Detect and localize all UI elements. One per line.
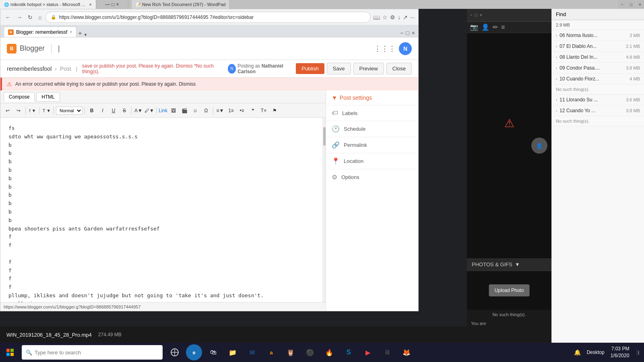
redo-btn[interactable]: ↪ [14, 106, 23, 115]
task-view-btn[interactable] [167, 344, 183, 360]
chat-close-btn[interactable]: × [480, 13, 482, 17]
refresh-btn[interactable]: ↻ [26, 12, 34, 22]
start-button[interactable] [0, 343, 20, 362]
minimize-icon[interactable]: — [105, 2, 110, 7]
chat-menu-icon[interactable]: ≡ [501, 24, 505, 31]
new-tab-btn[interactable]: + [78, 30, 82, 37]
reader-icon[interactable]: 📖 [373, 14, 380, 21]
share-icon[interactable]: ↗ [403, 14, 408, 21]
edge-icon[interactable]: e [186, 344, 202, 360]
tab-html[interactable]: HTML [36, 92, 60, 102]
tools-icon[interactable]: ⚙ [390, 14, 395, 21]
media2-icon[interactable]: ▶ [360, 344, 376, 360]
sidebar-schedule[interactable]: 🕐 Schedule [326, 121, 418, 137]
emoji-btn[interactable]: ☺ [190, 106, 200, 115]
remove-format-btn[interactable]: T× [259, 106, 268, 115]
chat-profile-icon[interactable]: 👤 [481, 23, 489, 31]
align-btn[interactable]: ≡▼ [215, 106, 225, 115]
close-window-btn[interactable]: × [636, 0, 644, 8]
store-icon[interactable]: 🛍 [205, 344, 221, 360]
highlight-btn[interactable]: 🖊▼ [144, 106, 154, 115]
amazon-icon[interactable]: a [263, 344, 279, 360]
quote-btn[interactable]: ❝ [248, 106, 258, 115]
sidebar-permalink[interactable]: 🔗 Permalink [326, 137, 418, 153]
user-avatar[interactable]: N [399, 42, 412, 55]
apps-icon[interactable]: ⋮⋮⋮ [374, 44, 396, 53]
file-list-item[interactable]: › 08 Llanto Del In... 4.8 MB [552, 52, 644, 63]
show-desktop-btn[interactable]: | [637, 350, 640, 356]
tripadvisor-icon[interactable]: 🦉 [283, 344, 299, 360]
tab-close-icon[interactable]: × [89, 2, 92, 7]
restore-icon[interactable]: × [116, 2, 119, 7]
scrollbar-track[interactable] [322, 118, 326, 302]
publish-button[interactable]: Publish [296, 63, 324, 74]
notification-icon[interactable]: 🔔 [574, 349, 581, 356]
undo-btn[interactable]: ↩ [3, 106, 12, 115]
video-btn[interactable]: 🎬 [180, 106, 189, 115]
chat-camera-icon[interactable]: 📷 [470, 23, 478, 31]
file-list-item[interactable]: › 07 El Diablo An... 2.1 MB [552, 41, 644, 52]
browser-tab-blogger[interactable]: B Blogger: rememberlessf × [4, 27, 76, 37]
bookmark-icon[interactable]: ☆ [382, 14, 388, 21]
home-btn[interactable]: ⌂ [37, 12, 43, 22]
tab-compose[interactable]: Compose [4, 92, 35, 102]
tabs-dropdown-btn[interactable]: ▼ [84, 33, 88, 37]
forward-btn[interactable]: → [15, 12, 24, 22]
italic-btn[interactable]: I [98, 106, 107, 115]
app5-icon[interactable]: 🔥 [321, 344, 337, 360]
win-minimize-btn[interactable]: − [400, 30, 403, 36]
win-restore-btn[interactable]: □ [406, 30, 409, 36]
link-btn[interactable]: Link [159, 108, 167, 113]
app6-icon[interactable]: 🖥 [379, 344, 395, 360]
file-list-item[interactable]: › 10 Cuando Florz... 4 MB [552, 74, 644, 84]
tab-close-btn[interactable]: × [70, 30, 72, 34]
firefox-icon[interactable]: 🦊 [398, 344, 415, 360]
file-list-item[interactable]: › 06 Norma Ilusio... 3 MB [552, 30, 644, 41]
file-list-item[interactable]: › 09 Condor Pasa.... 3.8 MB [552, 63, 644, 74]
text-editor[interactable]: fssdto wht ww quarting we apeaossotss.s.… [0, 118, 326, 302]
font-family-btn[interactable]: f ▼ [28, 106, 37, 115]
image-btn[interactable]: 🖼 [169, 106, 178, 115]
folder-icon[interactable]: 📁 [225, 344, 241, 360]
media-icon[interactable]: ⚫ [302, 344, 318, 360]
paragraph-style-select[interactable]: Normal [56, 107, 83, 115]
font-size-btn[interactable]: T ▼ [42, 106, 52, 115]
back-btn[interactable]: ← [4, 12, 12, 22]
mail-icon[interactable]: ✉ [244, 344, 260, 360]
file-list-item[interactable]: › 11 Llorando Su ... 3.6 MB [552, 95, 644, 105]
save-button[interactable]: Save [327, 63, 351, 74]
win-close-btn[interactable]: × [412, 30, 415, 36]
underline-btn[interactable]: U [109, 106, 118, 115]
chat-pencil-icon[interactable]: ✏ [493, 23, 498, 31]
maximize-icon[interactable]: □ [111, 2, 114, 7]
preview-button[interactable]: Preview [353, 63, 384, 74]
strikethrough-btn[interactable]: S [120, 106, 129, 115]
sidebar-labels[interactable]: 🏷 Labels [326, 105, 418, 121]
post-settings-title[interactable]: ▼ Post settings [326, 90, 418, 105]
chat-maximize-btn[interactable]: □ [475, 13, 477, 17]
ordered-list-btn[interactable]: 1≡ [226, 106, 236, 115]
more-icon[interactable]: ··· [410, 14, 415, 21]
close-button[interactable]: Close [386, 63, 412, 74]
maximize-window-btn[interactable]: □ [627, 0, 635, 8]
editor-content[interactable]: fssdto wht ww quarting we apeaossotss.s.… [0, 118, 326, 302]
upload-photo-btn[interactable]: Upload Photo [489, 284, 530, 296]
skype-icon[interactable]: S [341, 344, 357, 360]
search-input[interactable] [35, 350, 159, 356]
unordered-list-btn[interactable]: •≡ [237, 106, 247, 115]
sidebar-location[interactable]: 📍 Location [326, 153, 418, 169]
chat-minimize-btn[interactable]: − [470, 13, 473, 17]
scrollbar-thumb[interactable] [323, 127, 326, 146]
taskbar-search-container[interactable]: 🔍 [22, 345, 163, 360]
tab-mikrotik[interactable]: 🌐 mikrotik hotspot > status - Microsoft … [0, 0, 96, 9]
bold-btn[interactable]: B [87, 106, 97, 115]
special-chars-btn[interactable]: Ω [201, 106, 211, 115]
text-color-btn[interactable]: A▼ [134, 106, 143, 115]
file-list-item[interactable]: › 12 Cuando Yo ... 3.8 MB [552, 105, 644, 116]
download-icon[interactable]: ↓ [398, 14, 400, 21]
more-btn[interactable]: ⚑ [270, 106, 279, 115]
tab-wordpad[interactable]: 📝 New Rich Text Document (297) - WordPad [132, 0, 230, 9]
url-bar[interactable]: 🔒 https://www.blogger.com/u/1/blogger.g?… [45, 12, 371, 23]
photos-gifs-btn[interactable]: PHOTOS & GIFS ▼ [467, 258, 551, 271]
sidebar-options[interactable]: ⚙ Options [326, 169, 418, 185]
